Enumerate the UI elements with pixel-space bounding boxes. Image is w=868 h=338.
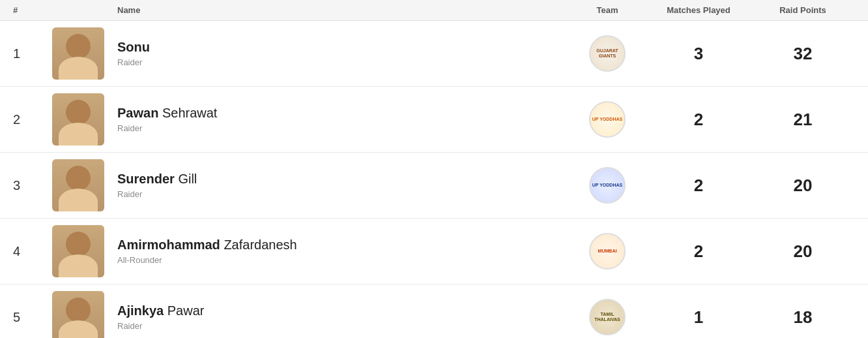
table-row: 1 Sonu Raider GUJARAT GIANTS 3 32 [0,21,868,87]
team-logo: GUJARAT GIANTS [568,35,646,72]
raid-points-cell: 32 [751,44,855,64]
player-info: Ajinkya Pawar Raider [117,303,568,331]
player-name: Pawan Sehrawat [117,106,568,121]
player-info: Amirmohammad Zafardanesh All-Rounder [117,238,568,265]
team-logo: TAMIL THALAIVAS [568,299,646,335]
player-name: Ajinkya Pawar [117,303,568,318]
rank-cell: 3 [13,178,52,193]
team-logo: MUMBAI [568,233,646,269]
player-role: Raider [117,57,568,67]
team-logo-circle: TAMIL THALAIVAS [589,299,626,335]
rows-container: 1 Sonu Raider GUJARAT GIANTS 3 32 2 Pawa… [0,21,868,338]
player-name: Amirmohammad Zafardanesh [117,238,568,253]
player-name: Sonu [117,40,568,55]
player-role: Raider [117,321,568,331]
player-info: Pawan Sehrawat Raider [117,106,568,133]
team-logo: UP YODDHAS [568,101,646,138]
matches-cell: 2 [646,241,751,262]
team-logo-text: MUMBAI [597,247,618,255]
avatar-face [52,93,104,146]
player-last-name: Pawar [167,303,205,318]
avatar-face [52,291,104,338]
player-last-name: Sehrawat [162,106,218,120]
player-last-name: Gill [178,172,197,186]
avatar-face [52,159,104,211]
player-info: Sonu Raider [117,40,568,67]
team-logo-circle: UP YODDHAS [589,101,626,138]
avatar-face [52,225,104,277]
avatar-face [52,27,104,80]
player-role: All-Rounder [117,255,568,265]
player-avatar [52,159,104,211]
team-logo-text: UP YODDHAS [591,181,624,189]
rank-cell: 1 [13,46,52,61]
matches-cell: 3 [646,44,751,64]
raid-points-cell: 20 [751,176,855,196]
player-first-name: Pawan [117,106,158,120]
player-first-name: Sonu [117,40,150,54]
header-rank: # [13,5,52,15]
team-logo-circle: MUMBAI [589,233,626,269]
table-row: 5 Ajinkya Pawar Raider TAMIL THALAIVAS 1… [0,284,868,338]
team-logo-circle: UP YODDHAS [589,167,626,204]
player-role: Raider [117,123,568,133]
player-avatar [52,291,104,338]
player-first-name: Amirmohammad [117,238,220,252]
raid-points-cell: 21 [751,110,855,130]
matches-cell: 2 [646,176,751,196]
player-avatar [52,93,104,146]
rank-cell: 5 [13,310,52,325]
raid-points-cell: 18 [751,307,855,328]
team-logo-text: GUJARAT GIANTS [590,47,624,61]
raid-points-cell: 20 [751,241,855,262]
player-avatar [52,27,104,80]
player-info: Surender Gill Raider [117,172,568,199]
team-logo-circle: GUJARAT GIANTS [589,35,626,72]
header-matches: Matches Played [646,5,751,15]
header-team: Team [568,5,646,15]
header-raid: Raid Points [751,5,855,15]
matches-cell: 1 [646,307,751,328]
player-last-name: Zafardanesh [224,238,297,252]
table-header: # Name Team Matches Played Raid Points [0,0,868,21]
table-row: 2 Pawan Sehrawat Raider UP YODDHAS 2 21 [0,87,868,153]
team-logo-text: TAMIL THALAIVAS [590,311,624,324]
player-first-name: Ajinkya [117,303,164,318]
player-role: Raider [117,189,568,199]
header-name: Name [117,5,568,15]
player-first-name: Surender [117,172,175,186]
matches-cell: 2 [646,110,751,130]
team-logo-text: UP YODDHAS [591,115,624,123]
rank-cell: 2 [13,112,52,127]
rank-cell: 4 [13,244,52,259]
leaderboard-table: # Name Team Matches Played Raid Points 1… [0,0,868,338]
player-name: Surender Gill [117,172,568,187]
table-row: 3 Surender Gill Raider UP YODDHAS 2 20 [0,153,868,219]
table-row: 4 Amirmohammad Zafardanesh All-Rounder M… [0,219,868,284]
team-logo: UP YODDHAS [568,167,646,204]
player-avatar [52,225,104,277]
